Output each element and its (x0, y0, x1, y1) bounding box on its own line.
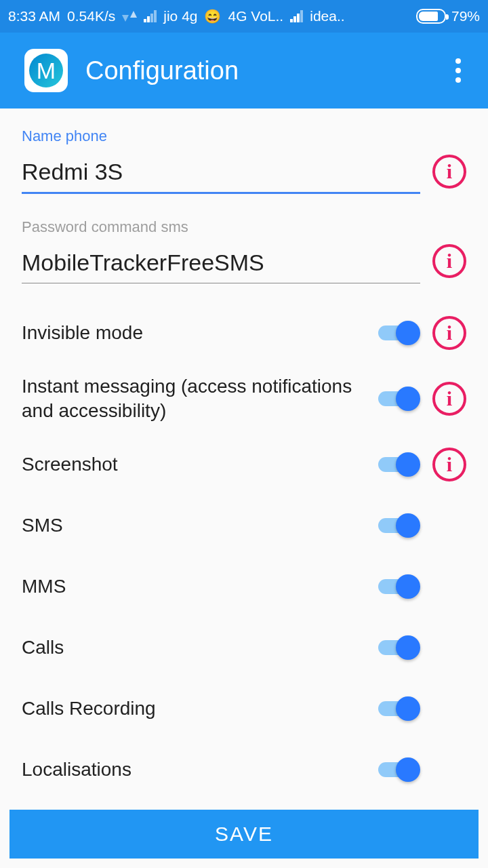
localisations-toggle[interactable] (378, 757, 420, 782)
status-time: 8:33 AM (8, 8, 60, 24)
screenshot-row: Screenshot i (22, 445, 466, 484)
mms-label: MMS (22, 574, 366, 599)
invisible-mode-row: Invisible mode i (22, 313, 466, 353)
page-title: Configuration (85, 56, 427, 85)
calls-row: Calls (22, 628, 466, 667)
password-label: Password command sms (22, 218, 420, 236)
battery-percent: 79% (451, 8, 480, 24)
status-speed: 0.54K/s (67, 8, 115, 24)
calls-label: Calls (22, 635, 366, 660)
password-input[interactable] (22, 245, 420, 283)
localisations-row: Localisations (22, 750, 466, 789)
password-row: Password command sms i (22, 218, 466, 283)
info-icon[interactable]: i (432, 244, 466, 278)
app-logo-letter: M (29, 54, 63, 87)
localisations-label: Localisations (22, 757, 366, 782)
app-logo: M (24, 49, 68, 92)
mms-row: MMS (22, 567, 466, 606)
app-bar: M Configuration (0, 33, 488, 108)
screenshot-label: Screenshot (22, 452, 366, 477)
status-bar: 8:33 AM 0.54K/s jio 4g😄 4G VoL.. idea.. … (0, 0, 488, 33)
save-button[interactable]: SAVE (9, 810, 479, 859)
mms-toggle[interactable] (378, 574, 420, 599)
sms-label: SMS (22, 513, 366, 538)
calls-toggle[interactable] (378, 635, 420, 660)
signal-icon-1 (144, 10, 157, 22)
name-phone-label: Name phone (22, 127, 420, 145)
battery-icon (416, 9, 446, 24)
name-phone-row: Name phone i (22, 127, 466, 194)
name-phone-input[interactable] (22, 155, 420, 194)
invisible-mode-label: Invisible mode (22, 321, 366, 345)
instant-messaging-label: Instant messaging (access notifications … (22, 374, 366, 423)
content: Name phone i Password command sms i Invi… (0, 108, 488, 803)
sms-row: SMS (22, 506, 466, 545)
calls-recording-label: Calls Recording (22, 696, 366, 721)
calls-recording-row: Calls Recording (22, 689, 466, 728)
save-bar: SAVE (0, 800, 488, 868)
signal-icon-2 (290, 10, 303, 22)
instant-messaging-row: Instant messaging (access notifications … (22, 374, 466, 423)
instant-messaging-toggle[interactable] (378, 387, 420, 411)
screenshot-toggle[interactable] (378, 452, 420, 477)
overflow-menu-button[interactable] (445, 58, 472, 83)
network-label: 4G VoL.. (228, 8, 283, 24)
carrier-2: idea.. (310, 8, 344, 24)
carrier-1: jio 4g (163, 8, 197, 24)
calls-recording-toggle[interactable] (378, 696, 420, 721)
emoji-icon: 😄 (204, 8, 221, 24)
sms-toggle[interactable] (378, 513, 420, 538)
invisible-mode-toggle[interactable] (378, 321, 420, 345)
data-arrows-icon (122, 11, 137, 22)
info-icon[interactable]: i (432, 155, 466, 189)
info-icon[interactable]: i (432, 448, 466, 481)
info-icon[interactable]: i (432, 382, 466, 416)
info-icon[interactable]: i (432, 316, 466, 350)
